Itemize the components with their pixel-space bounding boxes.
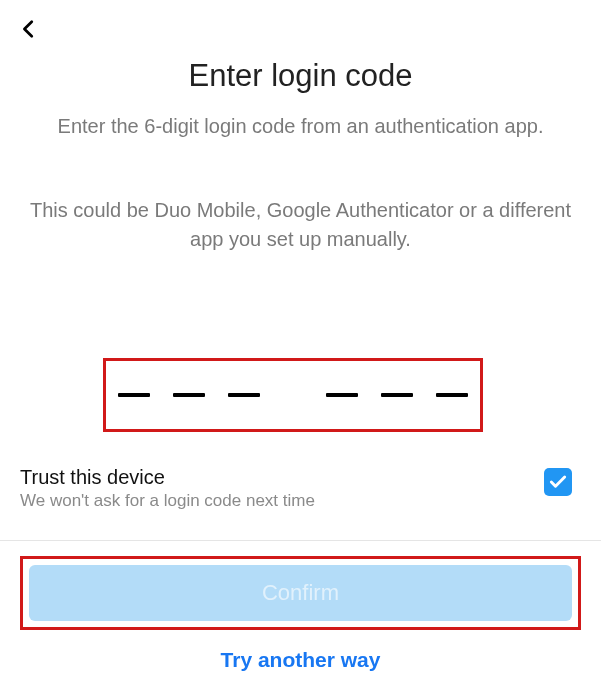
digit-2-placeholder <box>173 393 205 397</box>
trust-device-row: Trust this device We won't ask for a log… <box>20 466 580 516</box>
digit-6-placeholder <box>436 393 468 397</box>
code-digit-placeholders <box>118 393 468 397</box>
digit-1-placeholder <box>118 393 150 397</box>
digit-4-placeholder <box>326 393 358 397</box>
back-button[interactable] <box>14 14 44 44</box>
checkmark-icon <box>548 472 568 492</box>
help-text: This could be Duo Mobile, Google Authent… <box>0 196 601 254</box>
code-input[interactable] <box>103 358 483 432</box>
trust-device-subtext: We won't ask for a login code next time <box>20 491 580 511</box>
trust-device-checkbox[interactable] <box>544 468 572 496</box>
digit-3-placeholder <box>228 393 260 397</box>
try-another-way-link[interactable]: Try another way <box>0 648 601 672</box>
confirm-button[interactable]: Confirm <box>29 565 572 621</box>
subtitle-text: Enter the 6-digit login code from an aut… <box>0 112 601 141</box>
divider <box>0 540 601 541</box>
trust-device-label: Trust this device <box>20 466 580 489</box>
page-title: Enter login code <box>0 58 601 94</box>
chevron-left-icon <box>18 18 40 40</box>
digit-5-placeholder <box>381 393 413 397</box>
confirm-button-highlight: Confirm <box>20 556 581 630</box>
